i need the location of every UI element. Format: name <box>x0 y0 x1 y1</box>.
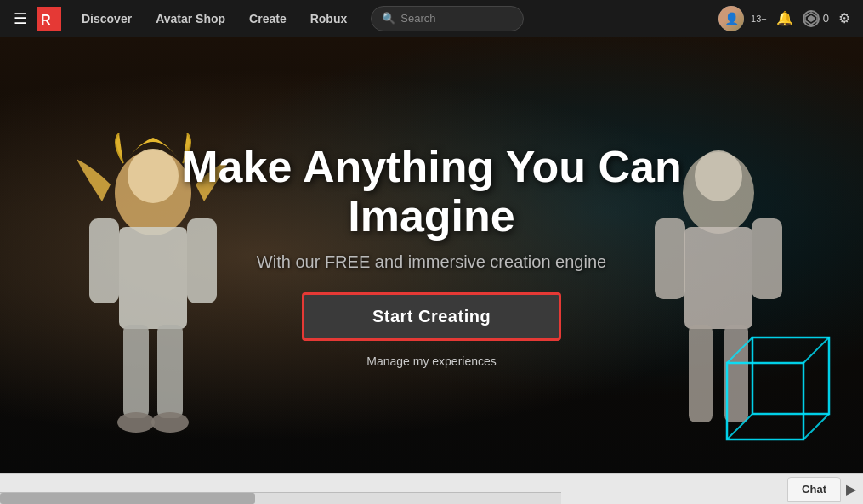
notification-bell-icon[interactable]: 🔔 <box>772 7 798 30</box>
navbar: ☰ R Discover Avatar Shop Create Robux 🔍 … <box>0 0 863 37</box>
search-input[interactable] <box>400 12 513 25</box>
robux-display[interactable]: 0 <box>803 10 829 27</box>
nav-avatar-shop[interactable]: Avatar Shop <box>144 0 237 37</box>
svg-point-10 <box>117 412 155 433</box>
hamburger-menu[interactable]: ☰ <box>9 6 32 31</box>
settings-icon[interactable]: ⚙ <box>834 7 854 30</box>
search-icon: 🔍 <box>382 12 395 25</box>
search-bar[interactable]: 🔍 <box>371 6 524 31</box>
scroll-right-arrow[interactable]: ▶ <box>846 481 856 497</box>
svg-text:R: R <box>41 13 51 27</box>
svg-line-24 <box>803 414 829 439</box>
nav-links: Discover Avatar Shop Create Robux <box>70 0 359 37</box>
svg-rect-16 <box>752 218 782 299</box>
hero-content: Make Anything You Can Imagine With our F… <box>134 143 730 367</box>
nav-discover[interactable]: Discover <box>70 0 144 37</box>
horizontal-scrollbar[interactable] <box>0 492 561 504</box>
hero-subtitle: With our FREE and immersive creation eng… <box>257 252 606 272</box>
hero-title: Make Anything You Can Imagine <box>134 143 730 240</box>
age-badge: 13+ <box>751 14 767 24</box>
svg-marker-3 <box>808 15 815 22</box>
nav-create[interactable]: Create <box>237 0 298 37</box>
robux-count: 0 <box>823 12 829 25</box>
manage-experiences-link[interactable]: Manage my experiences <box>366 354 497 368</box>
svg-point-11 <box>151 412 189 433</box>
robux-icon <box>803 10 820 27</box>
scroll-thumb[interactable] <box>0 493 255 504</box>
nav-right-section: 👤 13+ 🔔 0 ⚙ <box>718 6 854 31</box>
roblox-logo[interactable]: R <box>37 7 61 31</box>
svg-rect-6 <box>89 218 119 303</box>
hero-section: Make Anything You Can Imagine With our F… <box>0 37 863 473</box>
svg-line-22 <box>803 337 829 363</box>
start-creating-button[interactable]: Start Creating <box>302 292 561 341</box>
avatar[interactable]: 👤 <box>718 6 744 31</box>
avatar-image: 👤 <box>718 6 744 31</box>
bottom-bar: Chat ▶ <box>0 473 863 504</box>
nav-robux[interactable]: Robux <box>298 0 360 37</box>
chat-panel[interactable]: Chat <box>787 477 841 502</box>
